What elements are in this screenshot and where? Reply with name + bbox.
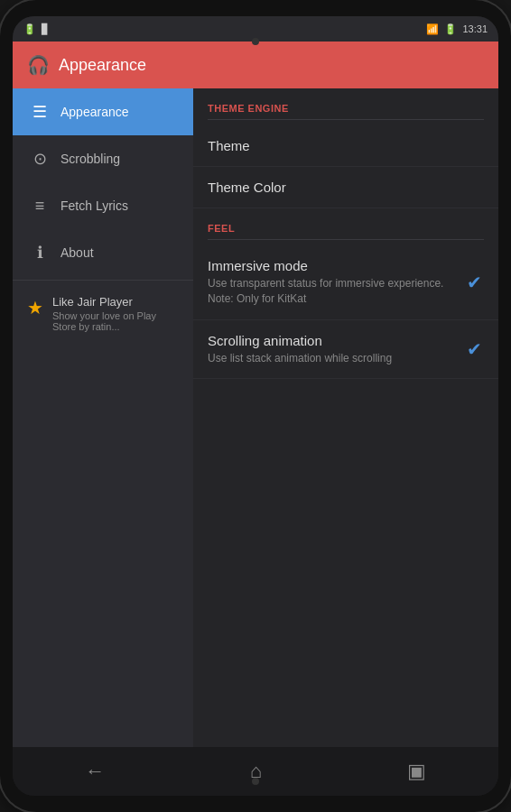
sidebar-item-appearance[interactable]: ☰ Appearance xyxy=(13,88,193,135)
home-indicator xyxy=(252,778,259,785)
sidebar-item-fetch-lyrics[interactable]: ≡ Fetch Lyrics xyxy=(13,182,193,229)
wifi-icon: 📶 xyxy=(426,23,439,35)
app-header-title: Appearance xyxy=(59,56,146,75)
status-right: 📶 🔋 13:31 xyxy=(426,23,488,35)
camera-notch xyxy=(252,38,259,45)
battery-icon: 🔋 xyxy=(23,23,36,35)
scrolling-animation-checkbox[interactable]: ✔ xyxy=(464,339,484,359)
sidebar-promo[interactable]: ★ Like Jair Player Show your love on Pla… xyxy=(13,284,193,343)
pref-scrolling-animation[interactable]: Scrolling animation Use list stack anima… xyxy=(193,320,498,380)
pref-immersive-mode-subtitle: Use transparent status for immersive exp… xyxy=(208,276,464,307)
pref-scrolling-animation-title: Scrolling animation xyxy=(208,333,464,348)
section-feel-header: FEEL xyxy=(193,208,498,245)
about-icon: ℹ xyxy=(30,243,50,263)
sidebar-label-appearance: Appearance xyxy=(60,105,129,119)
pref-immersive-mode[interactable]: Immersive mode Use transparent status fo… xyxy=(193,245,498,320)
content-area: ☰ Appearance ⊙ Scrobbling ≡ Fetch Lyrics… xyxy=(13,88,498,747)
signal-icon: ▊ xyxy=(42,23,49,35)
pref-immersive-mode-title: Immersive mode xyxy=(208,258,464,273)
section-divider-1 xyxy=(208,119,484,120)
section-theme-engine-title: THEME ENGINE xyxy=(208,103,484,114)
back-button[interactable]: ← xyxy=(76,751,114,792)
recent-apps-button[interactable]: ▣ xyxy=(398,751,435,792)
promo-text: Like Jair Player Show your love on Play … xyxy=(52,295,179,332)
star-icon: ★ xyxy=(27,297,43,318)
pref-theme-color-title: Theme Color xyxy=(208,180,484,195)
app-header: 🎧 Appearance xyxy=(13,42,498,88)
scrobbling-icon: ⊙ xyxy=(30,149,50,169)
promo-subtitle: Show your love on Play Store by ratin... xyxy=(52,310,179,332)
sidebar-label-fetch-lyrics: Fetch Lyrics xyxy=(60,198,128,213)
headphones-icon: 🎧 xyxy=(27,54,50,76)
sidebar-label-scrobbling: Scrobbling xyxy=(60,152,120,166)
section-feel-title: FEEL xyxy=(208,223,484,234)
main-panel: THEME ENGINE Theme Theme Color FEEL xyxy=(193,88,498,747)
promo-title: Like Jair Player xyxy=(52,295,179,309)
sidebar-label-about: About xyxy=(60,245,94,260)
pref-theme-title: Theme xyxy=(208,138,484,153)
section-theme-engine-header: THEME ENGINE xyxy=(193,88,498,125)
pref-scrolling-animation-subtitle: Use list stack animation while scrolling xyxy=(208,351,464,366)
appearance-icon: ☰ xyxy=(30,102,50,122)
device-screen: 🔋 ▊ 📶 🔋 13:31 🎧 Appearance ☰ Appearance xyxy=(13,16,498,796)
device-frame: 🔋 ▊ 📶 🔋 13:31 🎧 Appearance ☰ Appearance xyxy=(0,0,511,812)
sidebar-item-scrobbling[interactable]: ⊙ Scrobbling xyxy=(13,135,193,182)
status-time: 13:31 xyxy=(462,23,488,34)
sidebar-item-about[interactable]: ℹ About xyxy=(13,229,193,276)
sidebar: ☰ Appearance ⊙ Scrobbling ≡ Fetch Lyrics… xyxy=(13,88,193,747)
sidebar-divider xyxy=(13,280,193,281)
status-left: 🔋 ▊ xyxy=(23,23,49,35)
section-divider-2 xyxy=(208,239,484,240)
home-button[interactable]: ⌂ xyxy=(241,751,271,792)
fetch-lyrics-icon: ≡ xyxy=(30,197,50,216)
pref-theme-color[interactable]: Theme Color xyxy=(193,167,498,208)
checkbox-checked-icon-2: ✔ xyxy=(467,338,482,360)
checkbox-checked-icon: ✔ xyxy=(467,272,482,293)
immersive-mode-checkbox[interactable]: ✔ xyxy=(464,272,484,292)
pref-theme[interactable]: Theme xyxy=(193,125,498,167)
battery-full-icon: 🔋 xyxy=(444,23,457,35)
bottom-nav: ← ⌂ ▣ xyxy=(13,747,498,796)
